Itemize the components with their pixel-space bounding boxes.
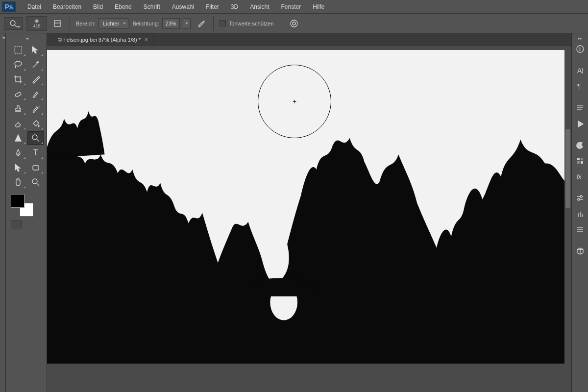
brushes-icon — [576, 209, 585, 218]
svg-text:A: A — [577, 67, 582, 74]
presets-icon — [576, 225, 585, 234]
stamp-tool[interactable] — [10, 102, 26, 116]
eraser-icon — [13, 119, 23, 128]
vertical-scrollbar[interactable] — [564, 46, 571, 392]
hand-tool[interactable] — [10, 175, 26, 189]
play-icon — [576, 119, 585, 128]
brush-tool[interactable] — [27, 87, 44, 101]
marquee-tool[interactable] — [10, 43, 26, 57]
svg-point-27 — [580, 147, 581, 148]
3d-panel-icon[interactable] — [573, 244, 587, 258]
marquee-icon — [13, 45, 23, 55]
brush-icon — [31, 89, 41, 99]
adjustments-panel-icon[interactable] — [573, 191, 587, 205]
styles-panel-icon[interactable]: fx — [573, 170, 587, 183]
belichtung-value[interactable]: 23% — [162, 18, 180, 29]
document-tabs: © Felsen.jpg bei 37% (Alpha 1/8) * × — [47, 33, 571, 46]
svg-point-34 — [580, 196, 582, 197]
magnifier-icon — [9, 19, 18, 28]
shape-tool[interactable] — [27, 161, 44, 174]
svg-point-5 — [291, 20, 297, 27]
wand-icon — [31, 60, 41, 70]
lasso-tool[interactable] — [10, 58, 26, 72]
bereich-label: Bereich: — [76, 21, 96, 26]
app-logo: Ps — [2, 1, 16, 12]
document-tab-title: © Felsen.jpg bei 37% (Alpha 1/8) * — [58, 37, 141, 43]
brush-panel-icon — [53, 19, 62, 28]
image-canvas[interactable]: + — [47, 50, 564, 364]
svg-line-1 — [15, 25, 17, 27]
tool-preset-picker[interactable] — [4, 17, 23, 30]
brushes-panel-icon[interactable] — [573, 207, 587, 220]
wand-tool[interactable] — [27, 58, 44, 72]
layers-panel-icon[interactable] — [573, 101, 587, 115]
magnifier-icon — [31, 133, 41, 143]
svg-rect-28 — [577, 158, 580, 160]
menu-filter[interactable]: Filter — [200, 0, 225, 14]
menu-fenster[interactable]: Fenster — [275, 0, 307, 14]
tool-panel-collapse[interactable]: ◂◂ — [6, 35, 47, 41]
info-panel-icon[interactable]: i — [573, 42, 587, 56]
standard-mode-button[interactable] — [11, 220, 22, 229]
collapse-arrows-icon: ◂◂ — [2, 35, 4, 40]
paragraph-icon: ¶ — [576, 82, 585, 91]
menu-3d[interactable]: 3D — [225, 0, 244, 14]
protect-tones-checkbox[interactable] — [220, 20, 226, 26]
menu-auswahl[interactable]: Auswahl — [166, 0, 200, 14]
svg-rect-13 — [33, 166, 39, 170]
eraser-tool[interactable] — [10, 117, 26, 130]
airbrush-icon — [196, 19, 205, 28]
path-select-tool[interactable] — [10, 161, 26, 174]
color-panel-icon[interactable] — [573, 138, 587, 152]
swatches-panel-icon[interactable] — [573, 154, 587, 168]
fill-tool[interactable] — [27, 117, 44, 130]
eyedropper-tool[interactable] — [27, 73, 44, 86]
actions-panel-icon[interactable] — [573, 117, 587, 130]
scroll-thumb[interactable] — [565, 129, 570, 208]
move-tool[interactable] — [27, 43, 44, 57]
brush-dot-icon — [34, 19, 39, 24]
crop-tool[interactable] — [10, 73, 26, 86]
svg-line-15 — [37, 183, 39, 186]
zoom-icon — [31, 177, 41, 187]
svg-rect-9 — [15, 92, 21, 97]
eyedropper-icon — [31, 74, 41, 84]
svg-text:fx: fx — [577, 173, 582, 180]
brush-picker[interactable]: 415 — [26, 16, 47, 31]
airbrush-toggle[interactable] — [195, 17, 207, 30]
right-collapse[interactable]: ▸▸ — [572, 35, 588, 41]
menu-schrift[interactable]: Schrift — [138, 0, 166, 14]
layers-icon — [576, 103, 585, 112]
bereich-dropdown[interactable]: Lichter — [98, 18, 128, 29]
svg-point-4 — [203, 21, 204, 22]
color-swatches[interactable] — [11, 194, 33, 217]
image-content — [47, 50, 564, 364]
pressure-toggle[interactable] — [288, 17, 300, 30]
document-tab[interactable]: © Felsen.jpg bei 37% (Alpha 1/8) * × — [53, 33, 153, 46]
burn-tool[interactable] — [27, 131, 44, 145]
left-collapse-strip[interactable]: ◂◂ — [0, 33, 6, 392]
belichtung-stepper[interactable] — [183, 18, 191, 29]
svg-text:T: T — [33, 148, 38, 157]
pen-tool[interactable] — [10, 146, 26, 160]
stamp-icon — [13, 104, 23, 114]
heal-tool[interactable] — [10, 87, 26, 101]
menu-ansicht[interactable]: Ansicht — [244, 0, 275, 14]
presets-panel-icon[interactable] — [573, 222, 587, 236]
close-icon[interactable]: × — [145, 36, 148, 43]
menu-datei[interactable]: Datei — [22, 0, 47, 14]
svg-text:¶: ¶ — [577, 82, 581, 90]
menu-hilfe[interactable]: Hilfe — [307, 0, 330, 14]
menu-ebene[interactable]: Ebene — [109, 0, 138, 14]
history-brush-tool[interactable] — [27, 102, 44, 116]
type-tool[interactable]: T — [27, 146, 44, 160]
arrow-icon — [13, 163, 23, 172]
paragraph-panel-icon[interactable]: ¶ — [573, 79, 587, 93]
character-panel-icon[interactable]: A — [573, 64, 587, 77]
brush-panel-toggle[interactable] — [51, 17, 64, 30]
foreground-swatch[interactable] — [11, 194, 24, 208]
zoom-tool[interactable] — [27, 175, 44, 189]
menu-bearbeiten[interactable]: Bearbeiten — [47, 0, 87, 14]
dodge-tool[interactable] — [10, 131, 26, 145]
menu-bild[interactable]: Bild — [87, 0, 109, 14]
